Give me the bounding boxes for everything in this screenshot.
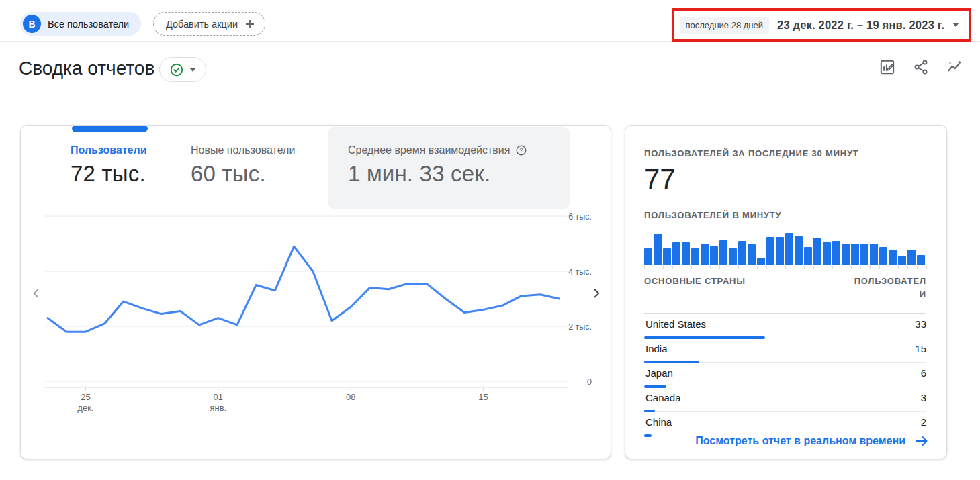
metrics-overview-card: Пользователи 72 тыс. Новые пользователи … — [20, 125, 611, 459]
svg-text:0: 0 — [587, 377, 592, 387]
countries-column-header: ОСНОВНЫЕ СТРАНЫ — [644, 275, 746, 286]
share-icon[interactable] — [911, 58, 930, 77]
page-title: Сводка отчетов — [19, 58, 154, 79]
minute-bar[interactable] — [748, 244, 756, 265]
date-range-value: 23 дек. 2022 г. – 19 янв. 2023 г. — [777, 19, 944, 32]
audience-chip[interactable]: B Все пользователи — [20, 12, 141, 36]
users-per-minute-label: ПОЛЬЗОВАТЕЛЕЙ В МИНУТУ — [644, 210, 781, 220]
country-row: India15 — [644, 338, 926, 363]
country-row: United States33 — [644, 314, 926, 338]
report-status-dropdown[interactable] — [159, 57, 206, 82]
minute-bar[interactable] — [851, 244, 859, 265]
svg-text:2 тыс.: 2 тыс. — [568, 322, 592, 332]
report-toolbar — [878, 58, 964, 77]
minute-bar[interactable] — [691, 248, 699, 265]
insights-icon[interactable] — [945, 58, 964, 77]
country-row: Japan6 — [644, 363, 926, 387]
country-name: Canada — [645, 392, 681, 403]
country-name: India — [645, 343, 668, 354]
country-users-value: 6 — [921, 367, 926, 379]
customize-report-icon[interactable] — [878, 58, 897, 77]
minute-bar[interactable] — [860, 244, 868, 265]
audience-chip-label: Все пользователи — [48, 19, 129, 30]
minute-bar[interactable] — [663, 248, 671, 265]
plus-icon — [244, 19, 255, 30]
minute-bar[interactable] — [889, 250, 897, 265]
minute-bar[interactable] — [776, 237, 784, 265]
minute-axis-ticks — [644, 266, 928, 269]
minute-bar[interactable] — [842, 244, 850, 265]
minute-bar[interactable] — [804, 247, 812, 265]
svg-text:дек.: дек. — [77, 403, 93, 413]
caret-down-icon — [952, 23, 959, 27]
minute-bar[interactable] — [898, 256, 906, 265]
minute-bar[interactable] — [719, 240, 727, 265]
minute-bar[interactable] — [654, 234, 662, 265]
minute-bar[interactable] — [766, 237, 774, 265]
minute-bar[interactable] — [672, 242, 680, 265]
top-header-bar: B Все пользователи Добавить акции послед… — [0, 0, 980, 42]
svg-text:15: 15 — [478, 392, 488, 402]
minute-bar[interactable] — [823, 242, 831, 265]
minute-bar[interactable] — [813, 238, 821, 265]
minute-bar[interactable] — [644, 248, 652, 265]
svg-text:4 тыс.: 4 тыс. — [568, 267, 592, 277]
country-row: Canada3 — [644, 387, 926, 412]
countries-table-header: ОСНОВНЫЕ СТРАНЫ ПОЛЬЗОВАТЕЛИ — [644, 275, 926, 314]
country-proportion-bar — [644, 434, 652, 437]
users-last-30min-label: ПОЛЬЗОВАТЕЛЕЙ ЗА ПОСЛЕДНИЕ 30 МИНУТ — [644, 148, 859, 158]
arrow-right-icon — [914, 433, 930, 449]
svg-text:янв.: янв. — [210, 403, 226, 413]
users-per-minute-bar-chart[interactable] — [644, 232, 928, 265]
minute-bar[interactable] — [757, 258, 765, 265]
svg-text:25: 25 — [81, 392, 90, 402]
users-trend-line-chart[interactable]: 02 тыс.4 тыс.6 тыс.25дек.01янв.0815 — [21, 126, 612, 460]
minute-bar[interactable] — [795, 236, 803, 265]
minute-bar[interactable] — [917, 255, 925, 265]
country-name: Japan — [645, 367, 673, 379]
minute-bar[interactable] — [879, 247, 887, 265]
add-comparison-label: Добавить акции — [166, 19, 238, 30]
minute-bar[interactable] — [701, 244, 709, 265]
minute-bar[interactable] — [738, 241, 746, 265]
minute-bar[interactable] — [785, 233, 793, 265]
minute-bar[interactable] — [907, 250, 916, 265]
country-users-value: 33 — [915, 318, 926, 330]
minute-bar[interactable] — [710, 246, 718, 265]
users-last-30min-value: 77 — [644, 163, 676, 195]
minute-bar[interactable] — [682, 242, 690, 265]
check-circle-icon — [169, 62, 184, 77]
top-countries-table: ОСНОВНЫЕ СТРАНЫ ПОЛЬЗОВАТЕЛИ United Stat… — [644, 275, 926, 436]
minute-bar[interactable] — [870, 244, 878, 265]
realtime-card: ПОЛЬЗОВАТЕЛЕЙ ЗА ПОСЛЕДНИЕ 30 МИНУТ 77 П… — [625, 125, 947, 459]
country-users-value: 2 — [921, 416, 926, 428]
country-users-value: 3 — [921, 392, 926, 403]
view-realtime-report-link[interactable]: Посмотреть отчет в реальном времени — [695, 433, 930, 449]
country-name: United States — [645, 318, 706, 330]
add-comparison-button[interactable]: Добавить акции — [153, 12, 265, 36]
audience-avatar: B — [23, 15, 41, 33]
svg-text:6 тыс.: 6 тыс. — [568, 212, 592, 222]
date-range-preset-badge: последние 28 дней — [680, 17, 770, 34]
users-column-header: ПОЛЬЗОВАТЕЛИ — [854, 275, 926, 301]
caret-down-icon — [189, 68, 196, 72]
minute-bar[interactable] — [729, 248, 737, 265]
minute-bar[interactable] — [832, 241, 840, 265]
country-users-value: 15 — [915, 343, 926, 354]
svg-text:01: 01 — [214, 392, 223, 402]
date-range-picker[interactable]: последние 28 дней 23 дек. 2022 г. – 19 я… — [672, 8, 971, 42]
country-name: China — [645, 416, 672, 428]
svg-text:08: 08 — [346, 392, 355, 402]
view-realtime-report-label: Посмотреть отчет в реальном времени — [695, 435, 905, 447]
